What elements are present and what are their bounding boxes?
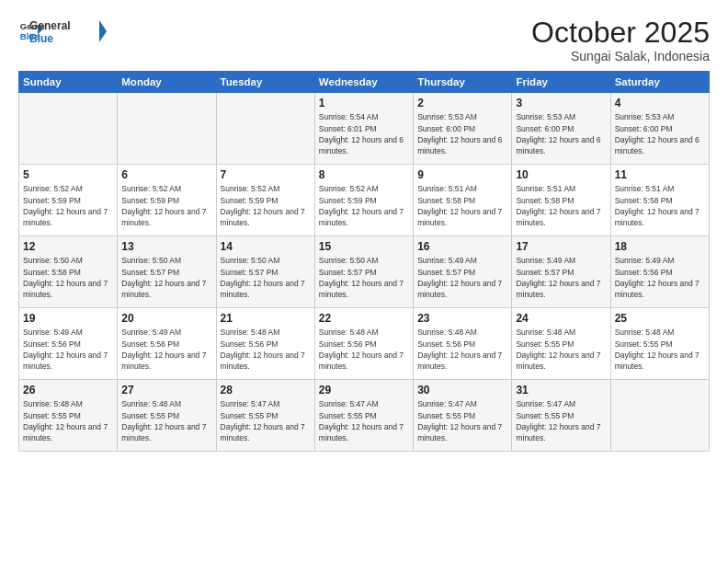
day-info: Sunrise: 5:48 AMSunset: 5:55 PMDaylight:… — [23, 398, 113, 443]
day-number: 31 — [516, 384, 606, 396]
day-number: 21 — [221, 312, 311, 325]
day-number: 1 — [319, 97, 409, 109]
day-info: Sunrise: 5:49 AMSunset: 5:56 PMDaylight:… — [121, 327, 211, 372]
day-info: Sunrise: 5:50 AMSunset: 5:57 PMDaylight:… — [121, 255, 211, 300]
day-info: Sunrise: 5:53 AMSunset: 6:00 PMDaylight:… — [615, 111, 705, 156]
day-cell: 22Sunrise: 5:48 AMSunset: 5:56 PMDayligh… — [314, 308, 413, 380]
day-info: Sunrise: 5:50 AMSunset: 5:57 PMDaylight:… — [221, 255, 311, 300]
day-cell: 18Sunrise: 5:49 AMSunset: 5:56 PMDayligh… — [610, 236, 709, 308]
day-cell: 26Sunrise: 5:48 AMSunset: 5:55 PMDayligh… — [19, 380, 118, 452]
day-number: 30 — [417, 384, 507, 396]
day-number: 12 — [23, 240, 113, 253]
day-header-friday: Friday — [512, 72, 610, 93]
day-number: 7 — [221, 168, 311, 181]
day-info: Sunrise: 5:52 AMSunset: 5:59 PMDaylight:… — [23, 183, 113, 228]
day-info: Sunrise: 5:52 AMSunset: 5:59 PMDaylight:… — [319, 183, 409, 228]
day-cell — [216, 93, 314, 165]
day-header-wednesday: Wednesday — [314, 72, 413, 93]
day-number: 3 — [516, 97, 606, 109]
day-cell: 24Sunrise: 5:48 AMSunset: 5:55 PMDayligh… — [512, 308, 610, 380]
day-info: Sunrise: 5:48 AMSunset: 5:55 PMDaylight:… — [121, 398, 211, 443]
day-info: Sunrise: 5:47 AMSunset: 5:55 PMDaylight:… — [221, 398, 311, 443]
day-cell: 1Sunrise: 5:54 AMSunset: 6:01 PMDaylight… — [314, 93, 413, 165]
day-cell: 23Sunrise: 5:48 AMSunset: 5:56 PMDayligh… — [414, 308, 512, 380]
day-info: Sunrise: 5:47 AMSunset: 5:55 PMDaylight:… — [417, 398, 507, 443]
svg-marker-5 — [99, 20, 107, 42]
day-cell: 10Sunrise: 5:51 AMSunset: 5:58 PMDayligh… — [512, 165, 610, 236]
day-info: Sunrise: 5:53 AMSunset: 6:00 PMDaylight:… — [516, 111, 606, 156]
days-header-row: SundayMondayTuesdayWednesdayThursdayFrid… — [19, 72, 710, 93]
week-row-4: 19Sunrise: 5:49 AMSunset: 5:56 PMDayligh… — [19, 308, 710, 380]
day-info: Sunrise: 5:48 AMSunset: 5:55 PMDaylight:… — [516, 327, 606, 372]
day-number: 19 — [23, 312, 113, 325]
day-number: 29 — [319, 384, 409, 396]
day-number: 20 — [121, 312, 211, 325]
day-info: Sunrise: 5:47 AMSunset: 5:55 PMDaylight:… — [319, 398, 409, 443]
day-number: 17 — [516, 240, 606, 253]
logo: General Blue General Blue — [18, 17, 112, 46]
day-cell: 7Sunrise: 5:52 AMSunset: 5:59 PMDaylight… — [216, 165, 314, 236]
day-number: 8 — [319, 168, 409, 181]
month-title: October 2025 — [531, 17, 710, 49]
day-info: Sunrise: 5:49 AMSunset: 5:56 PMDaylight:… — [23, 327, 113, 372]
day-info: Sunrise: 5:50 AMSunset: 5:57 PMDaylight:… — [319, 255, 409, 300]
day-cell: 3Sunrise: 5:53 AMSunset: 6:00 PMDaylight… — [512, 93, 610, 165]
week-row-1: 1Sunrise: 5:54 AMSunset: 6:01 PMDaylight… — [19, 93, 710, 165]
day-number: 15 — [319, 240, 409, 253]
location: Sungai Salak, Indonesia — [531, 49, 710, 63]
day-info: Sunrise: 5:52 AMSunset: 5:59 PMDaylight:… — [121, 183, 211, 228]
day-cell: 2Sunrise: 5:53 AMSunset: 6:00 PMDaylight… — [414, 93, 512, 165]
day-number: 28 — [221, 384, 311, 396]
day-number: 25 — [615, 312, 705, 325]
week-row-2: 5Sunrise: 5:52 AMSunset: 5:59 PMDaylight… — [19, 165, 710, 236]
day-cell: 29Sunrise: 5:47 AMSunset: 5:55 PMDayligh… — [314, 380, 413, 452]
day-number: 10 — [516, 168, 606, 181]
logo-full: General Blue — [29, 17, 112, 46]
day-header-sunday: Sunday — [19, 72, 118, 93]
day-info: Sunrise: 5:48 AMSunset: 5:56 PMDaylight:… — [417, 327, 507, 372]
calendar-page: General Blue General Blue October 2025 S… — [0, 0, 728, 563]
day-info: Sunrise: 5:52 AMSunset: 5:59 PMDaylight:… — [221, 183, 311, 228]
day-info: Sunrise: 5:51 AMSunset: 5:58 PMDaylight:… — [615, 183, 705, 228]
day-info: Sunrise: 5:50 AMSunset: 5:58 PMDaylight:… — [23, 255, 113, 300]
day-cell — [610, 380, 709, 452]
day-cell: 25Sunrise: 5:48 AMSunset: 5:55 PMDayligh… — [610, 308, 709, 380]
day-cell: 30Sunrise: 5:47 AMSunset: 5:55 PMDayligh… — [414, 380, 512, 452]
day-cell: 8Sunrise: 5:52 AMSunset: 5:59 PMDaylight… — [314, 165, 413, 236]
day-header-monday: Monday — [118, 72, 216, 93]
day-cell: 16Sunrise: 5:49 AMSunset: 5:57 PMDayligh… — [414, 236, 512, 308]
day-cell: 14Sunrise: 5:50 AMSunset: 5:57 PMDayligh… — [216, 236, 314, 308]
day-info: Sunrise: 5:53 AMSunset: 6:00 PMDaylight:… — [417, 111, 507, 156]
day-cell: 27Sunrise: 5:48 AMSunset: 5:55 PMDayligh… — [118, 380, 216, 452]
day-header-saturday: Saturday — [610, 72, 709, 93]
day-cell: 11Sunrise: 5:51 AMSunset: 5:58 PMDayligh… — [610, 165, 709, 236]
day-cell: 28Sunrise: 5:47 AMSunset: 5:55 PMDayligh… — [216, 380, 314, 452]
day-number: 16 — [417, 240, 507, 253]
day-info: Sunrise: 5:48 AMSunset: 5:56 PMDaylight:… — [319, 327, 409, 372]
day-number: 13 — [121, 240, 211, 253]
day-info: Sunrise: 5:49 AMSunset: 5:57 PMDaylight:… — [516, 255, 606, 300]
svg-text:General: General — [29, 19, 71, 32]
title-block: October 2025 Sungai Salak, Indonesia — [531, 17, 710, 63]
day-info: Sunrise: 5:48 AMSunset: 5:55 PMDaylight:… — [615, 327, 705, 372]
day-number: 4 — [615, 97, 705, 109]
day-number: 23 — [417, 312, 507, 325]
day-info: Sunrise: 5:48 AMSunset: 5:56 PMDaylight:… — [221, 327, 311, 372]
day-info: Sunrise: 5:51 AMSunset: 5:58 PMDaylight:… — [516, 183, 606, 228]
day-cell: 9Sunrise: 5:51 AMSunset: 5:58 PMDaylight… — [414, 165, 512, 236]
day-number: 26 — [23, 384, 113, 396]
day-cell: 19Sunrise: 5:49 AMSunset: 5:56 PMDayligh… — [19, 308, 118, 380]
day-number: 2 — [417, 97, 507, 109]
day-info: Sunrise: 5:49 AMSunset: 5:57 PMDaylight:… — [417, 255, 507, 300]
day-cell: 4Sunrise: 5:53 AMSunset: 6:00 PMDaylight… — [610, 93, 709, 165]
day-info: Sunrise: 5:49 AMSunset: 5:56 PMDaylight:… — [615, 255, 705, 300]
day-number: 22 — [319, 312, 409, 325]
day-cell — [19, 93, 118, 165]
day-number: 5 — [23, 168, 113, 181]
day-cell: 21Sunrise: 5:48 AMSunset: 5:56 PMDayligh… — [216, 308, 314, 380]
day-cell: 15Sunrise: 5:50 AMSunset: 5:57 PMDayligh… — [314, 236, 413, 308]
day-cell: 12Sunrise: 5:50 AMSunset: 5:58 PMDayligh… — [19, 236, 118, 308]
day-info: Sunrise: 5:51 AMSunset: 5:58 PMDaylight:… — [417, 183, 507, 228]
day-info: Sunrise: 5:47 AMSunset: 5:55 PMDaylight:… — [516, 398, 606, 443]
week-row-3: 12Sunrise: 5:50 AMSunset: 5:58 PMDayligh… — [19, 236, 710, 308]
